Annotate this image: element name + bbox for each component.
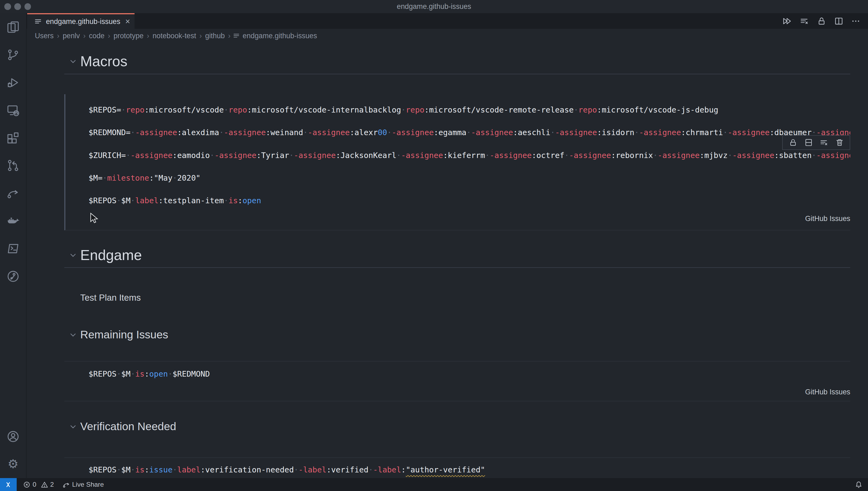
chevron-down-icon[interactable]: [69, 330, 78, 340]
terminal-button[interactable]: [0, 235, 26, 262]
code-cell-remaining-issues[interactable]: $REPOS·$M·is:open·$REDMOND GitHub Issues: [64, 361, 850, 401]
activity-bar-top: [0, 13, 26, 290]
accounts-button[interactable]: [0, 423, 26, 450]
live-share-icon: [7, 187, 19, 200]
breadcrumb: Users›penlv›code›prototype›notebook-test…: [27, 29, 868, 43]
problems-status[interactable]: 0 2: [23, 481, 56, 488]
code-cell-macros[interactable]: $REPOS=·repo:microsoft/vscode·repo:micro…: [64, 94, 850, 230]
zoom-window-button[interactable]: [25, 3, 31, 10]
clear-outputs-button[interactable]: [800, 17, 809, 26]
code-line[interactable]: $REDMOND=·-assignee:alexdima·-assignee:w…: [89, 121, 850, 144]
live-share-label: Live Share: [72, 481, 104, 488]
source-control-icon: [7, 49, 19, 61]
docker-button[interactable]: [0, 207, 26, 235]
tab-bar: endgame.github-issues ×: [27, 13, 868, 29]
remote-icon: [5, 481, 12, 488]
code-line[interactable]: $M=·milestone:"May·2020": [89, 167, 850, 189]
accounts-icon: [7, 430, 19, 443]
breadcrumb-file[interactable]: endgame.github-issues: [233, 32, 317, 40]
split-cell-button[interactable]: [805, 138, 813, 147]
activity-bar: ⚙: [0, 13, 27, 478]
breadcrumb-item[interactable]: penlv: [62, 32, 81, 40]
breadcrumb-item[interactable]: Users: [34, 32, 55, 40]
remote-indicator[interactable]: [0, 478, 17, 491]
chevron-down-icon[interactable]: [69, 251, 78, 260]
error-icon: [23, 481, 30, 488]
section-heading-verification-needed: Verification Needed: [80, 420, 850, 433]
delete-icon: [835, 138, 844, 147]
settings-gear-icon: ⚙: [7, 458, 19, 470]
notebook-icon: [233, 32, 240, 39]
notebooks-button[interactable]: [0, 262, 26, 290]
code-line[interactable]: $REPOS·$M·is:open·$REDMOND: [89, 363, 850, 385]
run-all-button[interactable]: [783, 17, 792, 26]
cell-output-kind-label: GitHub Issues: [65, 213, 850, 224]
breadcrumb-separator: ›: [55, 32, 61, 40]
run-debug-button[interactable]: [0, 69, 26, 96]
status-bar: 0 2 Live Share: [0, 478, 868, 491]
notebook-editor: Macros $REPOS=·repo:microsoft/vscode·rep…: [27, 43, 868, 478]
source-control-button[interactable]: [0, 41, 26, 69]
live-share-button[interactable]: [0, 179, 26, 207]
remote-explorer-icon: [7, 104, 19, 117]
code-editor-macros[interactable]: $REPOS=·repo:microsoft/vscode·repo:micro…: [65, 98, 850, 212]
chevron-down-icon[interactable]: [69, 422, 78, 431]
explorer-button[interactable]: [0, 13, 26, 41]
split-editor-button[interactable]: [834, 17, 843, 26]
unlock-button[interactable]: [817, 17, 826, 26]
breadcrumb-item[interactable]: github: [204, 32, 226, 40]
run-all-icon: [783, 17, 792, 26]
code-line[interactable]: $REPOS=·repo:microsoft/vscode·repo:micro…: [89, 98, 850, 121]
clear-outputs-icon: [800, 17, 809, 26]
notebook-icon: [34, 18, 42, 26]
code-cell-verification-needed[interactable]: $REPOS·$M·is:issue·label:verification-ne…: [64, 457, 850, 478]
breadcrumb-separator: ›: [197, 32, 204, 40]
unlock-button[interactable]: [789, 138, 797, 147]
unlock-icon: [789, 138, 797, 147]
code-editor-remaining[interactable]: $REPOS·$M·is:open·$REDMOND: [64, 363, 850, 385]
clear-outputs-button[interactable]: [820, 138, 828, 147]
cell-toolbar: [782, 135, 850, 150]
traffic-lights: [4, 0, 31, 13]
section-heading-endgame: Endgame: [80, 247, 850, 263]
delete-button[interactable]: [835, 138, 844, 147]
section-heading-remaining-issues: Remaining Issues: [80, 328, 850, 341]
split-cell-icon: [805, 138, 813, 147]
code-line[interactable]: $ZURICH=·-assignee:eamodio·-assignee:Tyr…: [89, 144, 850, 167]
settings-gear-button[interactable]: ⚙: [0, 450, 26, 478]
minimize-window-button[interactable]: [14, 3, 21, 10]
title-bar: endgame.github-issues: [0, 0, 868, 13]
code-line[interactable]: $REPOS·$M·is:issue·label:verification-ne…: [89, 458, 850, 478]
remote-explorer-button[interactable]: [0, 96, 26, 124]
extensions-icon: [7, 132, 19, 144]
code-editor-verification[interactable]: $REPOS·$M·is:issue·label:verification-ne…: [64, 458, 850, 478]
paragraph-test-plan-items: Test Plan Items: [80, 292, 850, 303]
breadcrumb-item[interactable]: prototype: [113, 32, 145, 40]
clear-outputs-icon: [820, 138, 828, 147]
activity-bar-bottom: ⚙: [0, 423, 26, 478]
extensions-button[interactable]: [0, 124, 26, 152]
chevron-down-icon[interactable]: [69, 57, 78, 66]
code-line[interactable]: $REPOS·$M·label:testplan-item·is:open: [89, 189, 850, 212]
live-share-status[interactable]: Live Share: [63, 481, 104, 488]
bell-icon: [855, 481, 863, 489]
error-count: 0: [33, 481, 36, 488]
run-debug-icon: [7, 76, 19, 89]
tab-label: endgame.github-issues: [46, 18, 120, 26]
notebooks-icon: [7, 270, 19, 283]
breadcrumb-item[interactable]: notebook-test: [152, 32, 197, 40]
breadcrumb-file-label: endgame.github-issues: [243, 32, 317, 40]
more-actions-icon: [851, 17, 860, 26]
breadcrumb-separator: ›: [105, 32, 112, 40]
docker-icon: [7, 214, 19, 227]
more-actions-button[interactable]: [851, 17, 860, 26]
close-tab-icon[interactable]: ×: [125, 18, 130, 26]
notifications-button[interactable]: [855, 481, 863, 489]
tab-endgame-github-issues[interactable]: endgame.github-issues ×: [27, 13, 134, 29]
close-window-button[interactable]: [4, 3, 11, 10]
vscode-window: endgame.github-issues ⚙ endgame.github-i…: [0, 0, 868, 491]
github-pr-button[interactable]: [0, 152, 26, 179]
breadcrumb-item[interactable]: code: [88, 32, 105, 40]
window-title: endgame.github-issues: [397, 2, 471, 11]
warning-icon: [41, 481, 48, 488]
